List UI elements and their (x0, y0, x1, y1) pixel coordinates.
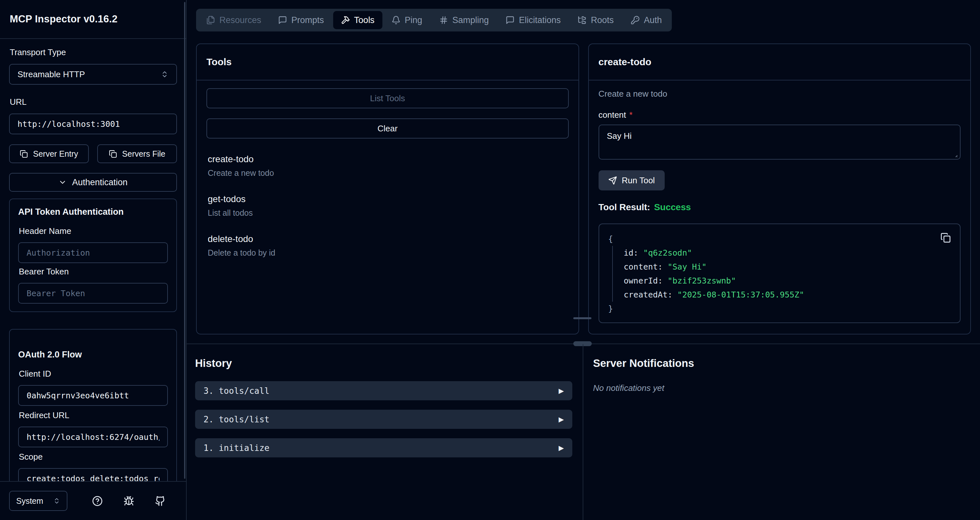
vertical-resize-handle[interactable] (573, 317, 592, 319)
authentication-toggle-label: Authentication (72, 177, 127, 188)
server-notifications-panel: Server Notifications No notifications ye… (583, 344, 980, 520)
tool-description: List all todos (208, 208, 568, 218)
tool-name: delete-todo (208, 234, 568, 244)
client-id-input[interactable] (18, 385, 168, 406)
folder-tree-icon (578, 16, 587, 25)
tab-roots[interactable]: Roots (570, 11, 622, 29)
tab-resources[interactable]: Resources (198, 11, 269, 29)
tab-sampling[interactable]: Sampling (431, 11, 497, 29)
required-asterisk: * (629, 110, 633, 120)
files-icon (206, 16, 215, 25)
json-key: content: (624, 262, 663, 271)
tool-list-item[interactable]: delete-todo Delete a todo by id (208, 234, 568, 258)
transport-type-label: Transport Type (10, 47, 177, 57)
history-item[interactable]: 1. initialize ▶ (195, 438, 572, 458)
api-token-card: API Token Authentication Header Name Bea… (9, 199, 177, 312)
tab-prompts[interactable]: Prompts (270, 11, 332, 29)
message-square-icon (278, 16, 287, 25)
tool-result-json: { id: "q6z2sodn" content: "Say Hi" owner… (598, 223, 961, 323)
footer-icons (91, 494, 167, 508)
json-block: id: "q6z2sodn" content: "Say Hi" ownerId… (612, 246, 951, 302)
tool-description: Delete a todo by id (208, 248, 568, 258)
header-name-label: Header Name (19, 226, 168, 236)
chevron-down-icon (58, 178, 67, 187)
clear-button[interactable]: Clear (207, 118, 569, 139)
scope-input[interactable] (18, 468, 168, 481)
json-value: "2025-08-01T15:37:05.955Z" (677, 290, 804, 300)
history-item[interactable]: 3. tools/call ▶ (195, 381, 572, 400)
help-circle-icon (92, 496, 103, 506)
report-bug-button[interactable] (122, 494, 135, 508)
tab-label: Ping (405, 15, 422, 25)
bearer-token-label: Bearer Token (19, 266, 168, 277)
json-open-brace: { (608, 232, 951, 246)
content-field[interactable]: Say Hi (598, 124, 961, 160)
expand-arrow-icon[interactable]: ▶ (559, 444, 564, 452)
history-item-label: 2. tools/list (204, 415, 270, 424)
scope-label: Scope (19, 452, 168, 462)
api-token-title: API Token Authentication (18, 207, 168, 217)
resize-grip-icon[interactable] (952, 152, 958, 158)
bell-icon (391, 16, 401, 25)
copy-result-button[interactable] (939, 231, 952, 244)
json-value: "Say Hi" (668, 262, 706, 271)
tab-label: Elicitations (519, 15, 561, 25)
message-square-icon (506, 16, 515, 25)
tab-label: Resources (220, 15, 261, 25)
servers-file-button[interactable]: Servers File (97, 144, 177, 163)
tool-list: create-todo Create a new todo get-todos … (207, 154, 569, 258)
tool-detail-description: Create a new todo (598, 89, 961, 99)
expand-arrow-icon[interactable]: ▶ (559, 387, 564, 395)
tool-list-item[interactable]: get-todos List all todos (208, 194, 568, 218)
github-icon (155, 496, 165, 506)
tab-label: Tools (354, 15, 375, 25)
list-tools-button[interactable]: List Tools (207, 88, 569, 108)
transport-type-select[interactable]: Streamable HTTP (9, 64, 177, 85)
history-item-label: 1. initialize (204, 443, 270, 453)
tool-list-item[interactable]: create-todo Create a new todo (208, 154, 568, 178)
tab-label: Auth (644, 15, 662, 25)
send-icon (608, 176, 617, 185)
authentication-toggle[interactable]: Authentication (9, 173, 177, 192)
expand-arrow-icon[interactable]: ▶ (559, 416, 564, 423)
tab-auth[interactable]: Auth (623, 11, 670, 29)
oauth-card: OAuth 2.0 Flow Client ID Redirect URL Sc… (9, 329, 177, 481)
tab-tools[interactable]: Tools (333, 11, 382, 29)
copy-icon (20, 150, 28, 158)
tab-label: Roots (591, 15, 614, 25)
tools-panel-title: Tools (197, 44, 579, 80)
github-button[interactable] (154, 494, 167, 508)
tool-detail-panel: create-todo Create a new todo content * … (588, 43, 971, 335)
help-button[interactable] (91, 494, 104, 508)
json-key: ownerId: (624, 276, 663, 286)
notifications-empty-message: No notifications yet (593, 383, 970, 393)
redirect-url-label: Redirect URL (19, 410, 168, 420)
url-input[interactable] (9, 113, 177, 134)
bottom-panels: History 3. tools/call ▶ 2. tools/list ▶ … (187, 344, 980, 520)
server-entry-button[interactable]: Server Entry (9, 144, 89, 163)
sidebar: MCP Inspector v0.16.2 Transport Type Str… (0, 0, 187, 520)
history-title: History (195, 357, 572, 370)
redirect-url-input[interactable] (18, 427, 168, 447)
run-tool-label: Run Tool (622, 175, 655, 185)
history-item[interactable]: 2. tools/list ▶ (195, 410, 572, 429)
tab-elicitations[interactable]: Elicitations (498, 11, 568, 29)
run-tool-button[interactable]: Run Tool (598, 170, 665, 190)
json-close-brace: } (608, 302, 951, 316)
tab-ping[interactable]: Ping (384, 11, 430, 29)
copy-icon (109, 150, 117, 158)
top-panels: Tools List Tools Clear create-todo Creat… (196, 43, 971, 335)
bearer-token-input[interactable] (18, 283, 168, 304)
theme-select-value: System (16, 496, 48, 506)
sidebar-header: MCP Inspector v0.16.2 (0, 0, 186, 39)
history-item-label: 3. tools/call (204, 386, 270, 396)
theme-select[interactable]: System (9, 491, 67, 511)
tool-detail-title: create-todo (589, 44, 970, 80)
tool-result-label: Tool Result: (598, 202, 651, 212)
header-name-input[interactable] (18, 242, 168, 263)
sidebar-scrollbar[interactable] (184, 2, 185, 479)
bug-icon (124, 496, 134, 506)
chevrons-up-down-icon (161, 70, 169, 78)
server-entry-label: Server Entry (33, 149, 78, 159)
tools-panel: Tools List Tools Clear create-todo Creat… (196, 43, 579, 335)
